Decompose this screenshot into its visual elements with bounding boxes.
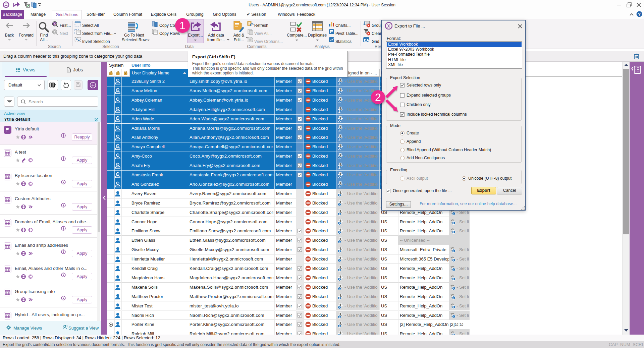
svg-text:?: ? (638, 12, 641, 17)
svg-text:A: A (54, 22, 56, 26)
